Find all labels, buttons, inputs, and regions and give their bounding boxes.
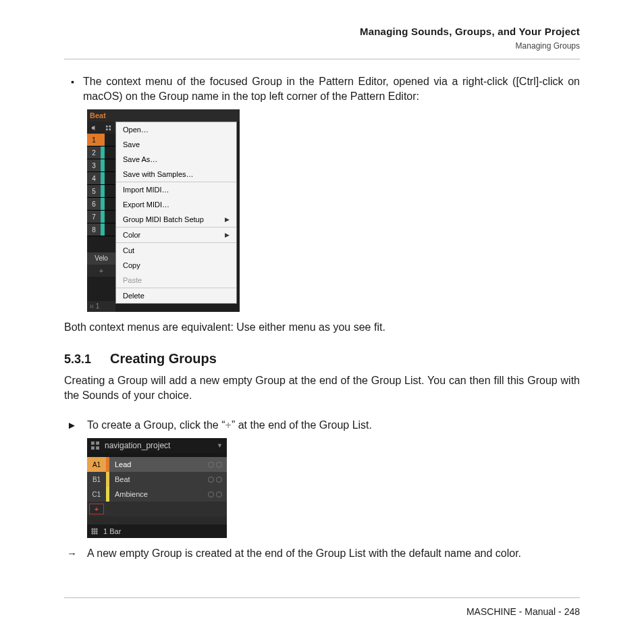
- pattern-row-number: 5: [87, 185, 101, 197]
- group-row[interactable]: B1Beat: [87, 472, 227, 487]
- step-prefix: To create a Group, click the “: [87, 419, 225, 431]
- pattern-row-color: [101, 223, 105, 236]
- pattern-row: 3: [87, 159, 115, 172]
- pattern-row-color: [101, 198, 105, 210]
- group-knobs: [208, 477, 227, 483]
- step-text: To create a Group, click the “+” at the …: [87, 418, 580, 433]
- dropdown-icon: ▼: [217, 442, 223, 449]
- header-subtitle: Managing Groups: [64, 41, 580, 51]
- pattern-row-color: [101, 172, 105, 184]
- section-heading: 5.3.1 Creating Groups: [64, 351, 580, 367]
- svg-rect-1: [109, 125, 111, 127]
- group-id: B1: [87, 472, 106, 487]
- pattern-footer: ⌗ 1: [87, 301, 115, 312]
- section-number: 5.3.1: [64, 352, 91, 367]
- project-icon: [91, 441, 99, 450]
- knob-icon: [216, 491, 222, 498]
- pattern-tab-label: Beat: [87, 109, 240, 122]
- context-menu-item[interactable]: Cut: [116, 243, 236, 258]
- project-title: navigation_project: [105, 441, 211, 450]
- manual-page: Managing Sounds, Groups, and Your Projec…: [0, 0, 644, 644]
- add-group-button[interactable]: +: [89, 504, 104, 514]
- context-menu-item[interactable]: Save As…: [116, 152, 236, 167]
- grid-icon: [105, 125, 111, 131]
- pattern-row-number: 1: [87, 134, 101, 146]
- section-title: Creating Groups: [110, 351, 217, 367]
- group-id: C1: [87, 487, 106, 502]
- context-menu-label: Paste: [123, 276, 142, 284]
- section-intro: Creating a Group will add a new empty Gr…: [64, 373, 580, 403]
- knob-icon: [208, 491, 214, 498]
- group-knobs: [208, 491, 227, 498]
- header-title: Managing Sounds, Groups, and Your Projec…: [64, 26, 580, 37]
- velocity-plus: +: [87, 265, 115, 277]
- svg-rect-5: [96, 441, 99, 445]
- knob-icon: [208, 477, 214, 483]
- context-menu-label: Copy: [123, 261, 140, 269]
- group-row[interactable]: A1Lead: [87, 457, 227, 472]
- context-menu-label: Cut: [123, 246, 134, 254]
- submenu-arrow-icon: ▶: [225, 216, 230, 223]
- group-rows: A1LeadB1BeatC1Ambience: [87, 457, 227, 502]
- context-menu-item[interactable]: Color▶: [116, 227, 236, 242]
- group-row[interactable]: C1Ambience: [87, 487, 227, 502]
- context-menu-label: Save As…: [123, 155, 157, 163]
- result-text: A new empty Group is created at the end …: [87, 546, 580, 561]
- context-menu-item[interactable]: Save with Samples…: [116, 167, 236, 182]
- svg-rect-3: [109, 128, 111, 130]
- context-menu-label: Export MIDI…: [123, 200, 169, 209]
- group-context-menu[interactable]: Open…SaveSave As…Save with Samples…Impor…: [115, 122, 237, 304]
- context-menu-label: Import MIDI…: [123, 186, 169, 194]
- group-list-header: navigation_project ▼: [87, 438, 227, 453]
- pattern-row-color: [101, 134, 105, 146]
- footer-bar-label: 1 Bar: [103, 527, 121, 535]
- result-arrow-icon: →: [64, 546, 87, 561]
- svg-rect-0: [106, 125, 108, 127]
- context-menu-item[interactable]: Copy: [116, 258, 236, 273]
- page-footer: MASCHINE - Manual - 248: [64, 597, 580, 617]
- group-name: Beat: [109, 475, 208, 483]
- step-suffix: ” at the end of the Group List.: [232, 419, 372, 431]
- pattern-row: 2: [87, 146, 115, 159]
- pattern-row-number: 2: [87, 146, 101, 159]
- context-menu-label: Open…: [123, 126, 149, 134]
- pattern-row-color: [101, 159, 105, 171]
- add-group-row: +: [87, 502, 227, 516]
- pattern-row: 4: [87, 172, 115, 185]
- page-header: Managing Sounds, Groups, and Your Projec…: [64, 26, 580, 59]
- pattern-row: 5: [87, 185, 115, 198]
- step-instruction: ► To create a Group, click the “+” at th…: [64, 418, 580, 433]
- velocity-label: Velo: [87, 252, 115, 265]
- velocity-section: Velo +: [87, 252, 115, 277]
- group-list-footer: 1 Bar: [87, 525, 227, 538]
- pattern-row-color: [101, 185, 105, 197]
- speaker-icon: [91, 125, 97, 131]
- context-menu-item[interactable]: Save: [116, 137, 236, 152]
- context-menu-label: Save with Samples…: [123, 170, 194, 178]
- context-menu-label: Color: [123, 231, 140, 239]
- context-menu-item[interactable]: Import MIDI…: [116, 182, 236, 197]
- group-name: Lead: [109, 460, 208, 468]
- context-menu-item: Paste: [116, 273, 236, 288]
- context-menu-item[interactable]: Delete: [116, 288, 236, 303]
- pattern-row-number: 8: [87, 223, 101, 236]
- pattern-row: 8: [87, 223, 115, 236]
- svg-rect-4: [91, 441, 95, 445]
- knob-icon: [208, 462, 214, 468]
- context-menu-item[interactable]: Group MIDI Batch Setup▶: [116, 212, 236, 227]
- pattern-row-number: 7: [87, 211, 101, 223]
- context-menu-item[interactable]: Open…: [116, 122, 236, 137]
- result-row: → A new empty Group is created at the en…: [64, 546, 580, 561]
- group-id: A1: [87, 457, 106, 472]
- svg-rect-6: [91, 446, 95, 450]
- plus-glyph: +: [225, 419, 232, 431]
- group-list-screenshot: navigation_project ▼ A1LeadB1BeatC1Ambie…: [87, 438, 227, 538]
- context-menu-label: Save: [123, 140, 140, 149]
- pattern-row-color: [101, 211, 105, 223]
- knob-icon: [216, 462, 222, 468]
- grid-icon: [91, 528, 98, 535]
- step-marker-icon: ►: [64, 418, 87, 433]
- pattern-row: 1: [87, 134, 115, 146]
- context-menu-item[interactable]: Export MIDI…: [116, 197, 236, 212]
- equivalence-note: Both context menus are equivalent: Use e…: [64, 320, 580, 335]
